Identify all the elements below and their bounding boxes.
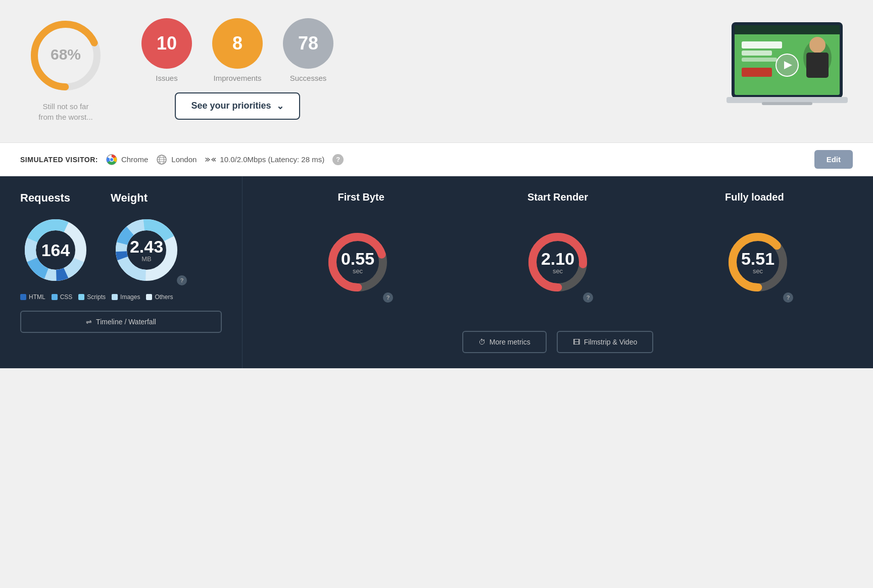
successes-bubble: 78: [283, 18, 333, 69]
weight-donut: 2.43 MB: [111, 215, 182, 285]
panel-headers: Requests Weight: [20, 191, 222, 205]
first-byte-help-icon[interactable]: ?: [383, 292, 393, 303]
fully-loaded-chart: 5.51 sec ?: [722, 227, 793, 298]
visitor-bar: SIMULATED VISITOR: Chrome London: [0, 142, 873, 176]
chevron-down-icon: ⌄: [276, 101, 284, 112]
weight-help-icon[interactable]: ?: [177, 275, 187, 285]
fully-loaded-value: 5.51: [741, 250, 774, 267]
requests-center: 164: [41, 241, 70, 259]
successes-label: Successes: [290, 74, 327, 82]
svg-rect-8: [742, 58, 777, 62]
weight-center: 2.43 MB: [130, 238, 163, 263]
fully-loaded-header: Fully loaded: [656, 191, 853, 203]
more-metrics-button[interactable]: ⏱ More metrics: [462, 331, 547, 353]
improvements-count: 8: [232, 33, 243, 54]
score-gauge: 68% Still not so far from the worst...: [20, 15, 111, 122]
right-charts-row: 0.55 sec ? 2.10 sec: [263, 213, 853, 311]
help-icon[interactable]: ?: [332, 154, 344, 165]
issues-label: Issues: [156, 74, 177, 82]
issues-bubble: 10: [141, 18, 192, 69]
scripts-dot: [78, 294, 84, 300]
scripts-label: Scripts: [87, 293, 106, 301]
start-render-donut: 2.10 sec: [522, 227, 593, 298]
images-dot: [112, 294, 118, 300]
fully-loaded-help-icon[interactable]: ?: [783, 292, 793, 303]
first-byte-value: 0.55: [341, 250, 374, 267]
priorities-button[interactable]: See your priorities ⌄: [175, 92, 300, 120]
first-byte-unit: sec: [341, 267, 374, 274]
metrics-section: 10 Issues 8 Improvements 78 Successes Se…: [141, 18, 333, 120]
svg-rect-12: [806, 53, 829, 78]
svg-point-11: [809, 37, 826, 53]
clock-icon: ⏱: [478, 338, 486, 346]
svg-rect-6: [742, 41, 782, 48]
weight-header: Weight: [111, 191, 148, 205]
timeline-button[interactable]: ⇌ Timeline / Waterfall: [20, 311, 222, 333]
others-dot: [146, 294, 152, 300]
browser-item: Chrome: [106, 154, 148, 165]
others-label: Others: [155, 293, 173, 301]
edit-btn-label: Edit: [827, 155, 841, 164]
timeline-icon: ⇌: [86, 318, 92, 326]
requests-donut: 164: [20, 215, 91, 285]
location-label: London: [171, 155, 197, 164]
successes-count: 78: [298, 33, 318, 54]
legend-others: Others: [146, 293, 173, 301]
html-dot: [20, 294, 26, 300]
svg-rect-9: [742, 68, 772, 77]
improvements-bubble-item: 8 Improvements: [212, 18, 263, 82]
svg-point-21: [110, 158, 113, 161]
first-byte-center: 0.55 sec: [341, 250, 374, 274]
requests-value: 164: [41, 241, 70, 259]
css-dot: [52, 294, 58, 300]
requests-legend: HTML CSS Scripts Images Others: [20, 293, 173, 301]
speed-icon: [205, 154, 216, 165]
charts-row: 164 2.43 MB: [20, 215, 182, 285]
issues-bubble-item: 10 Issues: [141, 18, 192, 82]
images-label: Images: [120, 293, 140, 301]
left-panel: Requests Weight 164: [0, 176, 243, 368]
visitor-bar-label: SIMULATED VISITOR:: [20, 156, 98, 164]
bubbles-row: 10 Issues 8 Improvements 78 Successes: [141, 18, 333, 82]
fully-loaded-unit: sec: [741, 267, 774, 274]
weight-chart: 2.43 MB ?: [111, 215, 182, 285]
laptop-svg: [721, 17, 853, 118]
improvements-label: Improvements: [213, 74, 261, 82]
priorities-btn-label: See your priorities: [191, 101, 271, 111]
start-render-unit: sec: [541, 267, 574, 274]
location-item: London: [156, 154, 197, 165]
speed-item: 10.0/2.0Mbps (Latency: 28 ms): [205, 154, 324, 165]
filmstrip-label: Filmstrip & Video: [584, 338, 638, 346]
right-panel: First Byte Start Render Fully loaded 0.5…: [243, 176, 873, 368]
right-headers: First Byte Start Render Fully loaded: [263, 191, 853, 203]
right-bottom-buttons: ⏱ More metrics 🎞 Filmstrip & Video: [263, 321, 853, 353]
film-icon: 🎞: [573, 338, 580, 346]
bottom-section: Requests Weight 164: [0, 176, 873, 368]
start-render-center: 2.10 sec: [541, 250, 574, 274]
speed-label: 10.0/2.0Mbps (Latency: 28 ms): [220, 155, 324, 164]
start-render-value: 2.10: [541, 250, 574, 267]
issues-count: 10: [157, 33, 177, 54]
score-description: Still not so far from the worst...: [38, 101, 93, 122]
weight-unit: MB: [130, 255, 163, 263]
legend-scripts: Scripts: [78, 293, 106, 301]
weight-value: 2.43: [130, 238, 163, 255]
requests-header: Requests: [20, 191, 70, 205]
top-section: 68% Still not so far from the worst... 1…: [0, 0, 873, 142]
svg-rect-7: [742, 51, 772, 56]
gauge-percent-text: 68%: [51, 46, 81, 63]
successes-bubble-item: 78 Successes: [283, 18, 333, 82]
globe-icon: [156, 154, 167, 165]
timeline-btn-label: Timeline / Waterfall: [96, 318, 156, 326]
laptop-thumbnail: [721, 17, 853, 120]
requests-chart: 164: [20, 215, 91, 285]
first-byte-header: First Byte: [263, 191, 459, 203]
svg-rect-5: [735, 25, 840, 34]
start-render-help-icon[interactable]: ?: [583, 292, 593, 303]
fully-loaded-donut: 5.51 sec: [722, 227, 793, 298]
edit-button[interactable]: Edit: [814, 150, 853, 169]
browser-label: Chrome: [121, 155, 148, 164]
filmstrip-button[interactable]: 🎞 Filmstrip & Video: [557, 331, 654, 353]
fully-loaded-center: 5.51 sec: [741, 250, 774, 274]
legend-html: HTML: [20, 293, 45, 301]
